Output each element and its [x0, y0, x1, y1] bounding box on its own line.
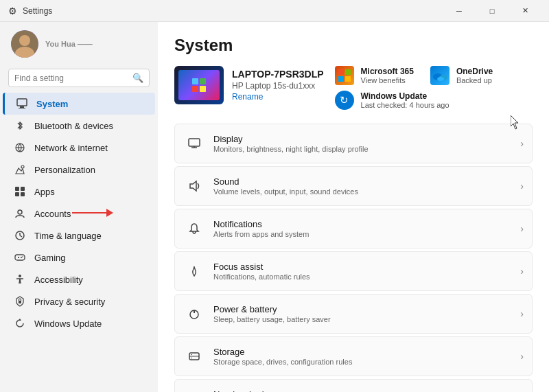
device-model: HP Laptop 15s-du1xxx — [232, 81, 324, 91]
svg-rect-12 — [21, 192, 25, 196]
setting-row-storage[interactable]: StorageStorage space, drives, configurat… — [174, 336, 533, 376]
avatar — [11, 30, 38, 58]
sidebar-item-label-windowsupdate: Windows Update — [34, 319, 102, 329]
sidebar-item-gaming[interactable]: Gaming — [3, 246, 155, 268]
power-chevron: › — [520, 308, 524, 319]
search-input[interactable] — [14, 73, 127, 83]
setting-row-power[interactable]: Power & batterySleep, battery usage, bat… — [174, 294, 533, 334]
sound-title: Sound — [213, 176, 520, 187]
setting-row-display[interactable]: DisplayMonitors, brightness, night light… — [174, 124, 533, 163]
power-subtitle: Sleep, battery usage, battery saver — [213, 315, 520, 323]
setting-row-nearby[interactable]: Nearby sharingDiscoverability, received … — [174, 379, 533, 392]
main-layout: You Hua —— 🔍 SystemBluetooth & devicesNe… — [0, 22, 549, 392]
services-row: Microsoft 365 View benefits — [335, 66, 533, 110]
sidebar-item-accounts[interactable]: Accounts — [3, 203, 155, 224]
service-ms365[interactable]: Microsoft 365 View benefits — [335, 66, 414, 85]
sidebar-item-label-privacy: Privacy & security — [34, 297, 105, 307]
sidebar-item-bluetooth[interactable]: Bluetooth & devices — [3, 115, 155, 137]
sidebar-item-apps[interactable]: Apps — [3, 181, 155, 203]
svg-rect-27 — [345, 76, 351, 82]
display-text: DisplayMonitors, brightness, night light… — [213, 134, 520, 153]
ms365-sub: View benefits — [361, 76, 414, 84]
titlebar-left: ⚙ Settings — [8, 5, 52, 16]
sidebar: You Hua —— 🔍 SystemBluetooth & devicesNe… — [0, 22, 158, 392]
sidebar-item-network[interactable]: Network & internet — [3, 137, 155, 159]
titlebar-controls: ─ □ ✕ — [443, 0, 541, 22]
sound-subtitle: Volume levels, output, input, sound devi… — [213, 187, 520, 196]
services-top-row: Microsoft 365 View benefits — [335, 66, 533, 85]
settings-icon: ⚙ — [8, 5, 17, 16]
notifications-chevron: › — [520, 223, 524, 234]
windowsupdate-icon — [14, 317, 26, 330]
sidebar-item-windowsupdate[interactable]: Windows Update — [3, 312, 155, 334]
svg-rect-10 — [21, 187, 25, 191]
apps-icon — [14, 185, 26, 198]
svg-point-1 — [19, 35, 30, 46]
sidebar-item-system[interactable]: System — [3, 93, 155, 115]
titlebar: ⚙ Settings ─ □ ✕ — [0, 0, 549, 22]
ms365-text: Microsoft 365 View benefits — [361, 67, 414, 84]
sidebar-item-label-apps: Apps — [34, 187, 55, 197]
top-row: LAPTOP-7PSR3DLP HP Laptop 15s-du1xxx Ren… — [174, 66, 533, 110]
search-box[interactable]: 🔍 — [8, 69, 150, 87]
wupdate-title: Windows Update — [361, 91, 449, 101]
sidebar-item-personalization[interactable]: Personalization — [3, 159, 155, 181]
svg-rect-5 — [19, 108, 25, 108]
bluetooth-icon — [14, 119, 26, 132]
storage-subtitle: Storage space, drives, configuration rul… — [213, 358, 520, 366]
rename-link[interactable]: Rename — [232, 92, 324, 102]
sidebar-item-privacy[interactable]: Privacy & security — [3, 290, 155, 312]
storage-text: StorageStorage space, drives, configurat… — [213, 347, 520, 366]
sidebar-item-label-personalization: Personalization — [34, 165, 95, 175]
focus-text: Focus assistNotifications, automatic rul… — [213, 262, 520, 281]
win-logo-tr — [200, 78, 206, 84]
onedrive-icon — [430, 66, 449, 85]
titlebar-title: Settings — [23, 6, 52, 16]
svg-rect-17 — [15, 255, 25, 260]
sidebar-item-accessibility[interactable]: Accessibility — [3, 268, 155, 290]
notifications-icon — [183, 218, 205, 240]
svg-line-16 — [20, 235, 22, 237]
svg-rect-4 — [20, 106, 24, 108]
sidebar-item-time[interactable]: Time & language — [3, 224, 155, 246]
close-button[interactable]: ✕ — [509, 0, 541, 22]
svg-point-22 — [19, 275, 21, 277]
svg-point-30 — [437, 77, 444, 81]
minimize-button[interactable]: ─ — [443, 0, 475, 22]
service-onedrive[interactable]: OneDrive Backed up — [430, 66, 493, 85]
power-icon — [183, 303, 205, 325]
sidebar-profile[interactable]: You Hua —— — [0, 22, 158, 66]
ms365-icon — [335, 66, 354, 85]
device-card: LAPTOP-7PSR3DLP HP Laptop 15s-du1xxx Ren… — [174, 66, 324, 104]
sidebar-item-label-system: System — [36, 99, 68, 109]
svg-point-8 — [21, 165, 24, 168]
accounts-icon — [14, 207, 26, 220]
setting-row-focus[interactable]: Focus assistNotifications, automatic rul… — [174, 251, 533, 291]
focus-chevron: › — [520, 266, 524, 277]
accessibility-icon — [14, 273, 26, 286]
sound-icon — [183, 175, 205, 197]
maximize-button[interactable]: □ — [476, 0, 508, 22]
svg-rect-11 — [15, 192, 19, 196]
sound-chevron: › — [520, 181, 524, 192]
setting-row-notifications[interactable]: NotificationsAlerts from apps and system… — [174, 209, 533, 249]
windows-logo — [192, 78, 206, 92]
svg-rect-26 — [338, 76, 344, 82]
gaming-icon — [14, 251, 26, 264]
nearby-title: Nearby sharing — [213, 389, 520, 392]
settings-list: DisplayMonitors, brightness, night light… — [174, 124, 533, 392]
svg-point-39 — [191, 358, 192, 359]
onedrive-sub: Backed up — [456, 76, 493, 84]
storage-icon — [183, 345, 205, 367]
nearby-icon — [183, 388, 205, 392]
service-wupdate[interactable]: ↻ Windows Update Last checked: 4 hours a… — [335, 91, 533, 110]
ms365-title: Microsoft 365 — [361, 67, 414, 76]
display-chevron: › — [520, 138, 524, 149]
page-title: System — [174, 36, 533, 55]
power-title: Power & battery — [213, 304, 520, 314]
setting-row-sound[interactable]: SoundVolume levels, output, input, sound… — [174, 166, 533, 206]
personalization-icon — [14, 163, 26, 176]
device-info: LAPTOP-7PSR3DLP HP Laptop 15s-du1xxx Ren… — [232, 69, 324, 102]
content-area: System LAPTOP-7PSR3DLP HP L — [158, 22, 549, 392]
sidebar-item-label-accounts: Accounts — [34, 209, 71, 219]
